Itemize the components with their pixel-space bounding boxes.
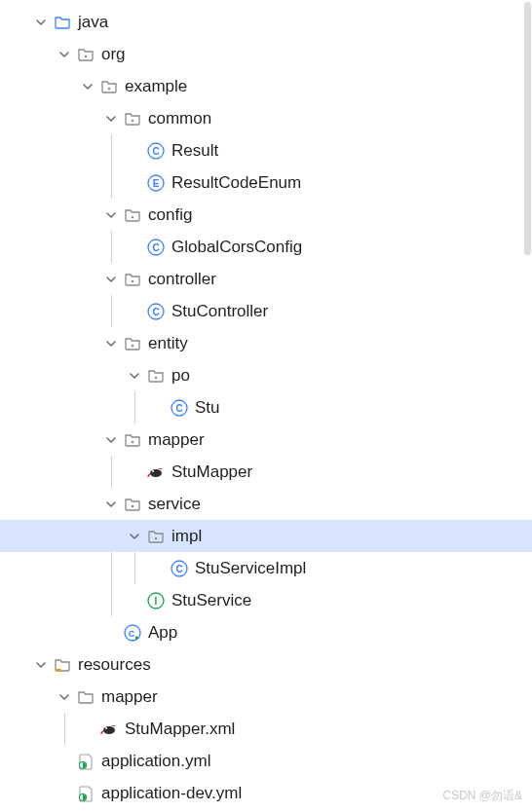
tree-label: config bbox=[148, 205, 192, 225]
tree-item-org[interactable]: org bbox=[0, 38, 532, 70]
chevron-down-icon[interactable] bbox=[125, 527, 144, 546]
tree-item-stu-mapper-xml[interactable]: StuMapper.xml bbox=[0, 713, 532, 745]
package-icon bbox=[123, 430, 142, 450]
chevron-down-icon[interactable] bbox=[101, 270, 121, 289]
package-icon bbox=[123, 205, 142, 225]
tree-item-stu-service[interactable]: StuService bbox=[0, 584, 532, 616]
tree-label: StuMapper.xml bbox=[125, 720, 235, 739]
tree-label: resources bbox=[78, 655, 151, 675]
yml-icon bbox=[76, 784, 95, 803]
tree-item-mapper[interactable]: mapper bbox=[0, 424, 532, 456]
mybatis-icon bbox=[146, 462, 166, 482]
package-icon bbox=[123, 270, 142, 289]
tree-label: example bbox=[125, 77, 187, 96]
tree-item-app[interactable]: App bbox=[0, 616, 532, 648]
watermark: CSDN @勿语& bbox=[442, 788, 522, 804]
tree-label: service bbox=[148, 495, 201, 514]
tree-label: mapper bbox=[101, 687, 158, 707]
project-tree: java org example common Result ResultCod… bbox=[0, 0, 532, 809]
tree-item-entity[interactable]: entity bbox=[0, 327, 532, 359]
folder-icon bbox=[76, 687, 95, 707]
tree-item-impl[interactable]: impl bbox=[0, 520, 532, 552]
chevron-down-icon[interactable] bbox=[101, 334, 121, 353]
class-icon bbox=[170, 559, 189, 578]
tree-item-service[interactable]: service bbox=[0, 488, 532, 520]
package-icon bbox=[99, 77, 119, 96]
tree-item-java[interactable]: java bbox=[0, 6, 532, 38]
class-runnable-icon bbox=[123, 623, 142, 643]
tree-label: impl bbox=[171, 527, 202, 546]
yml-icon bbox=[76, 752, 95, 771]
chevron-down-icon[interactable] bbox=[101, 109, 121, 129]
package-icon bbox=[146, 527, 166, 546]
tree-item-common[interactable]: common bbox=[0, 102, 532, 134]
chevron-down-icon[interactable] bbox=[78, 77, 97, 96]
package-icon bbox=[76, 45, 95, 64]
tree-item-controller[interactable]: controller bbox=[0, 263, 532, 295]
tree-item-result[interactable]: Result bbox=[0, 134, 532, 166]
enum-icon bbox=[146, 173, 166, 193]
interface-icon bbox=[146, 591, 166, 610]
resources-folder-icon bbox=[53, 655, 72, 675]
tree-label: po bbox=[171, 366, 190, 386]
tree-item-result-code-enum[interactable]: ResultCodeEnum bbox=[0, 166, 532, 199]
package-icon bbox=[123, 334, 142, 353]
tree-label: mapper bbox=[148, 430, 205, 450]
tree-label: application.yml bbox=[101, 752, 210, 771]
chevron-down-icon[interactable] bbox=[31, 655, 51, 675]
chevron-down-icon[interactable] bbox=[101, 205, 121, 225]
tree-label: application-dev.yml bbox=[101, 784, 242, 803]
class-icon bbox=[146, 238, 166, 257]
tree-label: App bbox=[148, 623, 177, 643]
mybatis-icon bbox=[99, 720, 119, 739]
folder-blue-icon bbox=[53, 13, 72, 32]
tree-item-global-cors-config[interactable]: GlobalCorsConfig bbox=[0, 231, 532, 263]
tree-item-mapper-folder[interactable]: mapper bbox=[0, 681, 532, 713]
tree-label: entity bbox=[148, 334, 188, 353]
tree-item-example[interactable]: example bbox=[0, 70, 532, 102]
chevron-down-icon[interactable] bbox=[101, 430, 121, 450]
scrollbar[interactable] bbox=[524, 2, 531, 255]
tree-label: StuServiceImpl bbox=[195, 559, 306, 578]
package-icon bbox=[146, 366, 166, 386]
package-icon bbox=[123, 495, 142, 514]
tree-item-application-yml[interactable]: application.yml bbox=[0, 745, 532, 777]
tree-label: Result bbox=[171, 141, 218, 161]
tree-label: java bbox=[78, 13, 108, 32]
tree-item-stu[interactable]: Stu bbox=[0, 391, 532, 424]
chevron-down-icon[interactable] bbox=[55, 45, 74, 64]
tree-label: org bbox=[101, 45, 126, 64]
chevron-down-icon[interactable] bbox=[125, 366, 144, 386]
tree-item-stu-service-impl[interactable]: StuServiceImpl bbox=[0, 552, 532, 584]
tree-label: common bbox=[148, 109, 211, 129]
tree-label: StuMapper bbox=[171, 462, 252, 482]
tree-item-po[interactable]: po bbox=[0, 359, 532, 391]
class-icon bbox=[170, 398, 189, 418]
tree-item-stu-controller[interactable]: StuController bbox=[0, 295, 532, 327]
chevron-down-icon[interactable] bbox=[101, 495, 121, 514]
tree-item-stu-mapper[interactable]: StuMapper bbox=[0, 456, 532, 488]
tree-label: GlobalCorsConfig bbox=[171, 238, 302, 257]
tree-label: controller bbox=[148, 270, 216, 289]
tree-label: Stu bbox=[195, 398, 220, 418]
chevron-down-icon[interactable] bbox=[55, 687, 74, 707]
tree-label: StuService bbox=[171, 591, 251, 610]
chevron-down-icon[interactable] bbox=[31, 13, 51, 32]
class-icon bbox=[146, 141, 166, 161]
package-icon bbox=[123, 109, 142, 129]
tree-label: ResultCodeEnum bbox=[171, 173, 301, 193]
class-icon bbox=[146, 302, 166, 321]
tree-item-config[interactable]: config bbox=[0, 199, 532, 231]
tree-label: StuController bbox=[171, 302, 268, 321]
tree-item-resources[interactable]: resources bbox=[0, 648, 532, 681]
